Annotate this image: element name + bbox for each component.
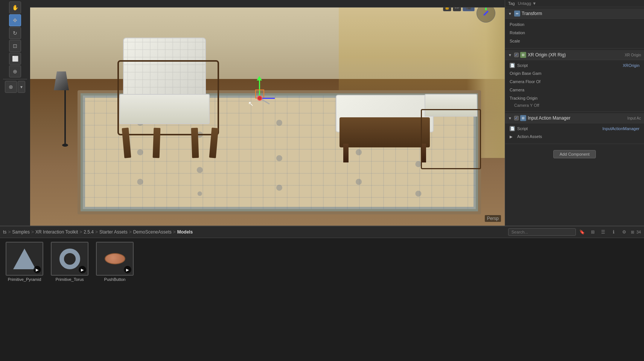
input-ac-section: ▼ ⊞ Input Action Manager Input Ac 📄 Scri…: [505, 112, 644, 144]
tag-strip: Tag Untagg ▼: [505, 0, 644, 7]
breadcrumb-sep-1: >: [8, 229, 11, 235]
settings-icon-btn[interactable]: ⚙: [620, 228, 629, 236]
torus-play-btn[interactable]: ▶: [79, 266, 86, 273]
scene-view: ↖ Persp y 🔒 2D 🎥: [30, 0, 505, 226]
svg-point-5: [197, 167, 203, 173]
breadcrumb-sep-5: >: [129, 229, 132, 235]
asset-item-pushbutton[interactable]: ▶ PushButton: [94, 242, 135, 282]
xr-origin-icon: ⊞: [520, 52, 526, 58]
add-component-button[interactable]: Add Component: [553, 150, 596, 158]
asset-thumb-pyramid: ▶: [6, 242, 43, 276]
move-tool-button[interactable]: ✥: [9, 14, 21, 26]
origin-base-row: Origin Base Gam: [505, 69, 644, 77]
pyramid-play-btn[interactable]: ▶: [33, 266, 41, 273]
hand-tool-button[interactable]: ✋: [9, 2, 21, 14]
bottom-toolbar: ts > Samples > XR Interaction Toolkit > …: [0, 226, 644, 238]
perspective-label: Persp: [485, 215, 501, 222]
xr-origin-section: ▼ ⊞ XR Origin (XR Rig) XR Origin 📄 Scrip…: [505, 49, 644, 112]
gizmo-center-dot: [257, 96, 262, 101]
chair-frame: [117, 60, 219, 135]
breadcrumb-models[interactable]: Models: [177, 229, 193, 235]
xr-origin-checkbox[interactable]: [514, 53, 519, 57]
move-gizmo: [248, 79, 271, 109]
input-ac-icon: ⊞: [520, 115, 526, 121]
transform-section: ▼ ⇔ Transform Position Rotation Scale: [505, 7, 644, 49]
svg-point-2: [137, 179, 143, 185]
lamp-shade: [54, 71, 69, 90]
asset-thumb-torus: ▶: [51, 242, 88, 276]
input-ac-checkbox[interactable]: [514, 116, 519, 120]
position-value[interactable]: [543, 22, 639, 27]
transform-all-button[interactable]: ⊕: [9, 65, 21, 77]
breadcrumb-sep-4: >: [95, 229, 98, 235]
transform-title: Transform: [522, 11, 641, 16]
list-view-icon-btn[interactable]: ☰: [599, 228, 607, 236]
viewport[interactable]: ↖ Persp y 🔒 2D 🎥: [30, 0, 505, 226]
camera-label: Camera: [510, 88, 540, 92]
zoom-value: 34: [636, 230, 641, 234]
camera-value[interactable]: [543, 88, 639, 92]
bottom-panel: ts > Samples > XR Interaction Toolkit > …: [0, 226, 644, 361]
lamp-base: [62, 144, 68, 147]
input-ac-script-value[interactable]: InputActionManager: [603, 126, 639, 131]
asset-thumb-pushbutton: ▶: [96, 242, 134, 276]
scale-value[interactable]: [543, 39, 639, 43]
asset-item-pyramid[interactable]: ▶ Primitive_Pyramid: [4, 242, 45, 282]
transform-header[interactable]: ▼ ⇔ Transform: [505, 9, 644, 19]
pushbutton-label: PushButton: [104, 277, 126, 282]
origin-base-label: Origin Base Gam: [510, 71, 541, 76]
tracking-origin-value[interactable]: [543, 96, 639, 100]
xr-origin-header[interactable]: ▼ ⊞ XR Origin (XR Rig) XR Origin: [505, 50, 644, 60]
custom-tool-button[interactable]: ⊗: [5, 81, 17, 93]
chair-right-frame: [421, 109, 481, 169]
grid-view-icon-btn[interactable]: ⊞: [589, 228, 597, 236]
bookmark-icon-btn[interactable]: 🔖: [578, 228, 586, 236]
tag-dropdown[interactable]: Untagg ▼: [518, 1, 536, 6]
breadcrumb-sep-2: >: [31, 229, 34, 235]
bottom-search-input[interactable]: [508, 228, 576, 236]
camera-floor-value[interactable]: [544, 79, 639, 84]
svg-point-15: [416, 191, 422, 197]
button-shape: [105, 253, 125, 264]
scale-tool-button[interactable]: ⊡: [9, 40, 21, 52]
xr-origin-truncated: XR Origin: [625, 53, 641, 57]
tag-label: Tag: [508, 1, 515, 6]
xr-origin-content: 📄 Script XROrigin Origin Base Gam Camera…: [505, 60, 644, 110]
rect-tool-button[interactable]: ⬜: [9, 53, 21, 65]
breadcrumb-sep-6: >: [173, 229, 176, 235]
svg-point-9: [276, 185, 282, 191]
ottoman-leg-1: [343, 144, 349, 162]
input-ac-header[interactable]: ▼ ⊞ Input Action Manager Input Ac: [505, 113, 644, 123]
tracking-origin-label: Tracking Origin: [510, 96, 540, 100]
rotation-value[interactable]: [543, 30, 639, 35]
input-ac-script-row: 📄 Script InputActionManager: [505, 125, 644, 132]
rotation-row: Rotation: [505, 29, 644, 37]
breadcrumb-samples[interactable]: Samples: [12, 229, 30, 235]
xr-origin-title: XR Origin (XR Rig): [528, 52, 623, 58]
tool-dropdown-button[interactable]: ▼: [18, 81, 25, 93]
chair-right: [421, 94, 481, 169]
info-icon-btn[interactable]: ℹ: [610, 228, 618, 236]
xr-origin-script-value[interactable]: XROrigin: [623, 63, 639, 68]
svg-point-8: [276, 155, 282, 161]
xr-origin-toggle-icon: ▼: [508, 53, 513, 57]
scene-lamp: [54, 71, 76, 147]
breadcrumb-xr[interactable]: XR Interaction Toolkit: [35, 229, 78, 235]
camera-y-row: Camera Y Off: [505, 102, 644, 108]
position-row: Position: [505, 20, 644, 29]
breadcrumb-version[interactable]: 2.5.4: [84, 229, 94, 235]
input-ac-script-label: Script: [517, 126, 528, 131]
breadcrumb-starter[interactable]: Starter Assets: [99, 229, 128, 235]
torus-shape: [59, 249, 80, 269]
origin-base-value[interactable]: [544, 71, 639, 76]
breadcrumb-ts[interactable]: ts: [3, 229, 6, 235]
pyramid-shape: [13, 249, 36, 269]
pushbutton-play-btn[interactable]: ▶: [124, 266, 131, 273]
xr-origin-script-label: Script: [517, 63, 528, 68]
compass-z: [483, 11, 489, 16]
action-assets-toggle[interactable]: ▶: [510, 135, 513, 139]
rotate-tool-button[interactable]: ↻: [9, 27, 21, 39]
asset-item-torus[interactable]: ▶ Primitive_Torus: [49, 242, 90, 282]
breadcrumb-demo[interactable]: DemoSceneAssets: [133, 229, 172, 235]
left-toolbar: ✋ ✥ ↻ ⊡ ⬜ ⊕ ⊗ ▼: [0, 0, 30, 226]
